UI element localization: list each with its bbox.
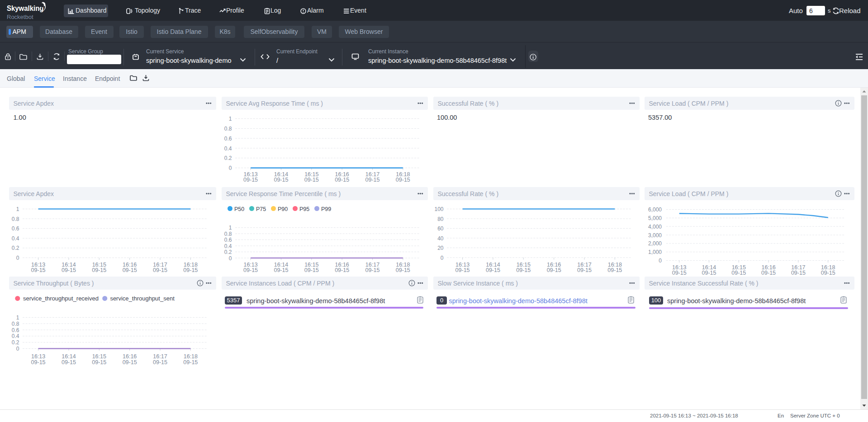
svg-text:09-15: 09-15 xyxy=(62,267,76,273)
svg-text:09-15: 09-15 xyxy=(547,267,561,273)
svg-text:09-15: 09-15 xyxy=(702,270,716,276)
svg-text:40: 40 xyxy=(437,235,444,242)
svg-text:09-15: 09-15 xyxy=(183,267,198,273)
svg-text:09-15: 09-15 xyxy=(153,267,167,273)
svg-text:20: 20 xyxy=(437,245,444,251)
svg-text:service_throughput_sent: service_throughput_sent xyxy=(110,295,175,302)
svg-text:09-15: 09-15 xyxy=(577,267,592,273)
svg-text:1,000: 1,000 xyxy=(648,249,662,255)
svg-text:2,000: 2,000 xyxy=(648,240,662,247)
svg-text:1: 1 xyxy=(229,225,232,231)
svg-text:09-15: 09-15 xyxy=(153,359,167,366)
svg-text:0: 0 xyxy=(659,258,662,264)
svg-text:0.4: 0.4 xyxy=(12,333,19,339)
svg-text:09-15: 09-15 xyxy=(92,359,106,366)
svg-text:0.6: 0.6 xyxy=(12,225,19,232)
svg-text:0.8: 0.8 xyxy=(12,321,19,327)
svg-text:P50: P50 xyxy=(234,206,244,212)
svg-text:60: 60 xyxy=(437,225,444,232)
svg-text:0: 0 xyxy=(229,165,232,171)
svg-text:0.2: 0.2 xyxy=(12,339,19,346)
svg-text:1: 1 xyxy=(16,314,19,321)
svg-text:0.8: 0.8 xyxy=(12,216,19,222)
svg-text:P90: P90 xyxy=(278,206,288,212)
svg-text:0.6: 0.6 xyxy=(12,327,19,333)
svg-text:09-15: 09-15 xyxy=(455,267,470,273)
svg-text:09-15: 09-15 xyxy=(31,267,46,273)
svg-text:09-15: 09-15 xyxy=(183,359,198,366)
svg-text:0: 0 xyxy=(16,255,19,261)
svg-text:5,000: 5,000 xyxy=(648,215,662,221)
svg-text:service_throughput_received: service_throughput_received xyxy=(23,295,99,302)
svg-text:P75: P75 xyxy=(256,206,266,212)
svg-text:09-15: 09-15 xyxy=(731,270,746,276)
svg-text:09-15: 09-15 xyxy=(304,177,319,183)
svg-text:09-15: 09-15 xyxy=(92,267,106,273)
svg-text:0: 0 xyxy=(441,255,444,261)
svg-text:0.4: 0.4 xyxy=(12,235,19,242)
svg-text:09-15: 09-15 xyxy=(123,359,137,366)
svg-text:1: 1 xyxy=(16,206,19,212)
svg-text:09-15: 09-15 xyxy=(396,267,410,273)
svg-text:09-15: 09-15 xyxy=(516,267,531,273)
svg-text:0.6: 0.6 xyxy=(224,237,232,243)
svg-text:P95: P95 xyxy=(299,206,309,212)
svg-text:09-15: 09-15 xyxy=(761,270,776,276)
svg-text:09-15: 09-15 xyxy=(304,267,319,273)
svg-text:09-15: 09-15 xyxy=(486,267,500,273)
svg-text:09-15: 09-15 xyxy=(243,177,258,183)
svg-text:100: 100 xyxy=(434,206,443,212)
svg-text:0.2: 0.2 xyxy=(224,249,232,255)
svg-text:0: 0 xyxy=(16,346,19,352)
svg-text:09-15: 09-15 xyxy=(123,267,137,273)
svg-text:0.6: 0.6 xyxy=(224,136,232,142)
svg-text:P99: P99 xyxy=(321,206,331,212)
svg-text:6,000: 6,000 xyxy=(648,206,662,213)
svg-text:09-15: 09-15 xyxy=(274,267,288,273)
svg-text:0.2: 0.2 xyxy=(12,245,19,251)
svg-text:09-15: 09-15 xyxy=(396,177,410,183)
svg-text:0.8: 0.8 xyxy=(224,126,232,132)
svg-text:0.8: 0.8 xyxy=(224,231,232,237)
svg-text:09-15: 09-15 xyxy=(821,270,835,276)
svg-text:0.4: 0.4 xyxy=(224,145,232,152)
svg-text:1: 1 xyxy=(229,116,232,122)
svg-text:09-15: 09-15 xyxy=(62,359,76,366)
svg-text:09-15: 09-15 xyxy=(31,359,46,366)
svg-text:09-15: 09-15 xyxy=(335,267,349,273)
svg-text:4,000: 4,000 xyxy=(648,224,662,230)
svg-text:09-15: 09-15 xyxy=(243,267,258,273)
svg-text:09-15: 09-15 xyxy=(791,270,806,276)
svg-text:3,000: 3,000 xyxy=(648,232,662,239)
svg-text:09-15: 09-15 xyxy=(607,267,622,273)
svg-text:0.2: 0.2 xyxy=(224,155,232,161)
svg-text:09-15: 09-15 xyxy=(274,177,288,183)
svg-text:80: 80 xyxy=(437,216,444,222)
svg-text:09-15: 09-15 xyxy=(365,177,380,183)
svg-text:09-15: 09-15 xyxy=(365,267,380,273)
svg-text:0.4: 0.4 xyxy=(224,243,232,249)
svg-text:0: 0 xyxy=(229,255,232,262)
svg-text:09-15: 09-15 xyxy=(335,177,349,183)
svg-text:09-15: 09-15 xyxy=(672,270,687,276)
